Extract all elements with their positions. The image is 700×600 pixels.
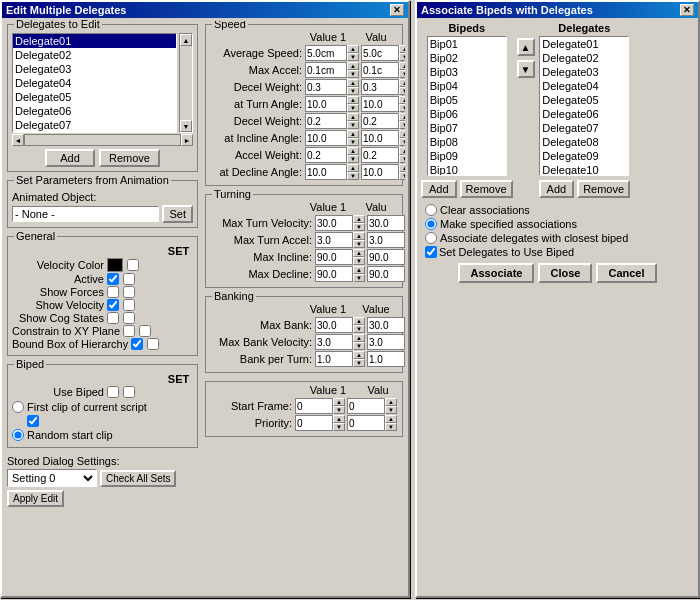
action-buttons: Associate Close Cancel [421, 259, 694, 287]
at-decline-label: at Decline Angle: [210, 166, 305, 178]
bank-per-turn-row: Bank per Turn: ▲▼ ▲▼ [210, 351, 398, 367]
scroll-down-btn[interactable]: ▼ [180, 120, 192, 132]
list-item[interactable]: Delegate09 [540, 149, 628, 163]
list-item[interactable]: Bip07 [428, 121, 506, 135]
associate-btn[interactable]: Associate [458, 263, 534, 283]
speed-group: Speed Value 1 Valu Average Speed: ▲▼ [205, 24, 403, 186]
turning-val2-header: Valu [356, 201, 396, 213]
list-item[interactable]: Delegate04 [13, 76, 176, 90]
max-decline-row: Max Decline: ▲▼ ▲▼ [210, 266, 398, 282]
delegates-scrollbar[interactable]: ▲ ▼ [179, 33, 193, 133]
scroll-up-btn[interactable]: ▲ [180, 34, 192, 46]
cancel-btn[interactable]: Cancel [596, 263, 656, 283]
constrain-set-check[interactable] [139, 325, 151, 337]
list-item[interactable]: Delegate06 [540, 107, 628, 121]
list-item[interactable]: Bip06 [428, 107, 506, 121]
max-bank-vel-label: Max Bank Velocity: [210, 336, 315, 348]
list-item[interactable]: Bip01 [428, 37, 506, 51]
list-item[interactable]: Delegate08 [540, 135, 628, 149]
list-item[interactable]: Bip09 [428, 149, 506, 163]
arrow-up-btn[interactable]: ▲ [517, 38, 535, 56]
list-item[interactable]: Delegate07 [540, 121, 628, 135]
bound-box-set-check[interactable] [147, 338, 159, 350]
show-velocity-check[interactable] [107, 299, 119, 311]
avg-speed-spin1[interactable]: ▲▼ [305, 45, 359, 61]
make-specified-label: Make specified associations [440, 218, 577, 230]
delegates-listbox[interactable]: Delegate01 Delegate02 Delegate03 Delegat… [12, 33, 177, 133]
bipeds-listbox[interactable]: Bip01 Bip02 Bip03 Bip04 Bip05 Bip06 Bip0… [427, 36, 507, 176]
clear-assoc-radio[interactable] [425, 204, 437, 216]
list-item[interactable]: Delegate06 [13, 104, 176, 118]
make-specified-radio[interactable] [425, 218, 437, 230]
velocity-color-check[interactable] [127, 259, 139, 271]
list-item[interactable]: Delegate01 [13, 34, 176, 48]
first-clip-row: First clip of current script [12, 401, 193, 413]
avg-speed-label: Average Speed: [210, 47, 305, 59]
add-biped-btn[interactable]: Add [421, 180, 457, 198]
show-cog-set-check[interactable] [123, 312, 135, 324]
use-biped-set-check[interactable] [123, 386, 135, 398]
set-delegates-check[interactable] [425, 246, 437, 258]
remove-biped-btn[interactable]: Remove [460, 180, 513, 198]
stored-settings-label: Stored Dialog Settings: [7, 455, 198, 467]
check-all-sets-btn[interactable]: Check All Sets [100, 470, 176, 487]
anim-params-label: Set Parameters from Animation [14, 174, 171, 186]
apply-edit-btn[interactable]: Apply Edit [7, 490, 64, 507]
constrain-check[interactable] [123, 325, 135, 337]
delegates-group: Delegates to Edit Delegate01 Delegate02 … [7, 24, 198, 172]
assoc-closest-label: Associate delegates with closest biped [440, 232, 628, 244]
scroll-right-btn[interactable]: ► [181, 134, 193, 146]
max-decline-label: Max Decline: [210, 268, 315, 280]
bound-box-check[interactable] [131, 338, 143, 350]
first-clip-radio[interactable] [12, 401, 24, 413]
list-item[interactable]: Delegate03 [540, 65, 628, 79]
first-clip-label: First clip of current script [27, 401, 147, 413]
remove-delegate-right-btn[interactable]: Remove [577, 180, 630, 198]
remove-delegate-btn[interactable]: Remove [99, 149, 160, 167]
show-forces-set-check[interactable] [123, 286, 135, 298]
list-item[interactable]: Delegate10 [540, 163, 628, 176]
list-item[interactable]: Delegate04 [540, 79, 628, 93]
list-item[interactable]: Bip03 [428, 65, 506, 79]
list-item[interactable]: Bip04 [428, 79, 506, 93]
use-biped-check[interactable] [107, 386, 119, 398]
random-start-radio[interactable] [12, 429, 24, 441]
add-delegate-right-btn[interactable]: Add [539, 180, 575, 198]
list-item[interactable]: Delegate05 [540, 93, 628, 107]
show-forces-check[interactable] [107, 286, 119, 298]
velocity-color-swatch[interactable] [107, 258, 123, 272]
list-item[interactable]: Bip02 [428, 51, 506, 65]
show-velocity-set-check[interactable] [123, 299, 135, 311]
frame-group: Value 1 Valu Start Frame: ▲▼ ▲▼ [205, 381, 403, 437]
anim-set-btn[interactable]: Set [162, 205, 193, 223]
list-item[interactable]: Delegate01 [540, 37, 628, 51]
left-close-btn[interactable]: ✕ [390, 4, 404, 16]
show-cog-check[interactable] [107, 312, 119, 324]
right-title-bar: Associate Bipeds with Delegates ✕ [417, 2, 698, 18]
anim-obj-input[interactable] [12, 206, 159, 222]
active-check[interactable] [107, 273, 119, 285]
list-item[interactable]: Delegate02 [540, 51, 628, 65]
setting-select[interactable]: Setting 0 [7, 469, 97, 487]
list-item[interactable]: Delegate03 [13, 62, 176, 76]
delegates-right-listbox[interactable]: Delegate01 Delegate02 Delegate03 Delegat… [539, 36, 629, 176]
list-item[interactable]: Bip10 [428, 163, 506, 176]
priority-row: Priority: ▲▼ ▲▼ [210, 415, 398, 431]
speed-group-label: Speed [212, 21, 248, 30]
scroll-left-btn[interactable]: ◄ [12, 134, 24, 146]
right-close-btn[interactable]: ✕ [680, 4, 694, 16]
list-item[interactable]: Delegate05 [13, 90, 176, 104]
list-item[interactable]: Delegate02 [13, 48, 176, 62]
list-item[interactable]: Delegate07 [13, 118, 176, 132]
active-set-check[interactable] [123, 273, 135, 285]
add-delegate-btn[interactable]: Add [45, 149, 95, 167]
list-item[interactable]: Bip08 [428, 135, 506, 149]
arrow-down-btn[interactable]: ▼ [517, 60, 535, 78]
close-action-btn[interactable]: Close [538, 263, 592, 283]
first-clip-check[interactable] [27, 415, 39, 427]
assoc-closest-radio[interactable] [425, 232, 437, 244]
turning-group-label: Turning [212, 188, 253, 200]
avg-speed-spin2[interactable]: ▲▼ [361, 45, 405, 61]
random-start-label: Random start clip [27, 429, 113, 441]
list-item[interactable]: Bip05 [428, 93, 506, 107]
